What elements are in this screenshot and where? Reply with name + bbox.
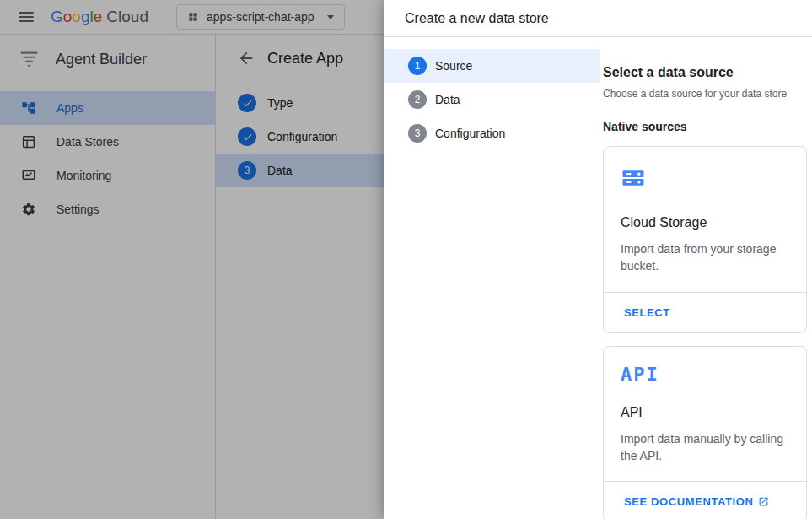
external-link-icon [758,496,769,507]
screen: G o o g l e Cloud apps-script-chat-app A… [0,0,812,519]
step-label: Source [435,59,472,73]
datastore-step-source[interactable]: 1 Source [384,49,600,83]
card-body: API API Import data manually by calling … [604,347,806,482]
step-label: Data [435,93,460,106]
dialog-header: Create a new data store [384,0,812,37]
datastore-step-data[interactable]: 2 Data [384,83,600,116]
dialog-body: 1 Source 2 Data 3 Configuration Select a… [384,37,812,519]
dialog-title: Create a new data store [405,11,549,26]
create-data-store-dialog: Create a new data store 1 Source 2 Data … [384,0,812,519]
step-label: Configuration [435,127,505,140]
step-number-badge: 2 [408,90,427,109]
api-logo-icon: API [621,365,794,384]
see-documentation-label: SEE DOCUMENTATION [624,495,753,508]
datastore-step-configuration[interactable]: 3 Configuration [384,116,600,150]
card-title: API [621,405,794,420]
native-sources-heading: Native sources [603,120,807,133]
content-subheading: Choose a data source for your data store [603,88,807,100]
card-footer: SEE DOCUMENTATION [604,481,806,519]
card-title: Cloud Storage [621,215,794,230]
modal-scrim[interactable] [0,0,384,519]
card-cloud-storage: Cloud Storage Import data from your stor… [603,146,807,333]
card-description: Import data from your storage bucket. [621,241,794,275]
content-heading: Select a data source [603,65,807,80]
card-description: Import data manually by calling the API. [621,430,794,465]
dialog-content: Select a data source Choose a data sourc… [600,37,812,519]
card-api: API API Import data manually by calling … [603,346,807,519]
see-documentation-link[interactable]: SEE DOCUMENTATION [624,495,769,508]
card-body: Cloud Storage Import data from your stor… [604,147,806,292]
card-footer: SELECT [604,292,806,332]
cloud-storage-icon [621,165,646,191]
step-number-badge: 3 [408,124,427,143]
datastore-stepper: 1 Source 2 Data 3 Configuration [384,37,600,519]
step-number-badge: 1 [408,57,427,75]
select-button[interactable]: SELECT [624,306,670,319]
